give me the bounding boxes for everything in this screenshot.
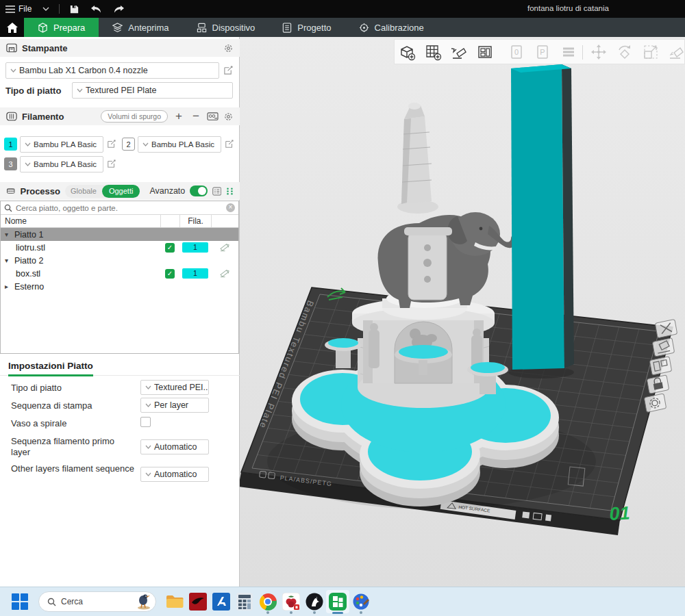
- calculator-icon: [236, 593, 253, 611]
- delete-plate-icon[interactable]: [655, 319, 677, 338]
- chevron-down-icon[interactable]: ▾: [5, 231, 12, 238]
- file-menu[interactable]: File: [0, 0, 37, 18]
- rotate-icon[interactable]: [615, 42, 634, 62]
- column-name: Nome: [1, 216, 160, 226]
- tree-row-plate-1[interactable]: ▾Piatto 1: [1, 228, 238, 241]
- menu-expand[interactable]: [37, 0, 55, 18]
- dots-icon[interactable]: [226, 186, 234, 196]
- object-settings-icon[interactable]: [220, 243, 230, 252]
- tab-anteprima[interactable]: Anteprima: [99, 18, 182, 37]
- plate-type-setting-select[interactable]: Textured PEI...: [140, 380, 209, 395]
- plate-type-select[interactable]: Textured PEI Plate: [72, 82, 233, 99]
- ams-icon[interactable]: [207, 112, 219, 122]
- split-parts-icon[interactable]: P: [533, 42, 552, 62]
- tab-calibrazione[interactable]: Calibrazione: [345, 18, 438, 37]
- add-filament-button[interactable]: +: [173, 110, 185, 123]
- row-label: box.stl: [16, 269, 40, 279]
- red-app-button[interactable]: [186, 590, 210, 613]
- search-input[interactable]: [16, 204, 223, 212]
- tab-progetto[interactable]: Progetto: [269, 18, 345, 37]
- move-icon[interactable]: [589, 42, 608, 62]
- device-icon: [197, 23, 207, 33]
- list-icon[interactable]: [212, 186, 221, 196]
- tab-prepara[interactable]: Prepara: [24, 18, 99, 37]
- tree-row-esterno[interactable]: ▸Esterno: [1, 280, 238, 293]
- print-sequence-select[interactable]: Per layer: [140, 398, 209, 413]
- filament-select-2[interactable]: Bambu PLA Basic: [138, 136, 221, 153]
- filament-select-3[interactable]: Bambu PLA Basic: [20, 156, 103, 172]
- advanced-toggle[interactable]: [190, 185, 207, 196]
- scope-global[interactable]: Globale: [65, 187, 102, 195]
- tab-label: Anteprima: [128, 23, 169, 33]
- chevron-right-icon[interactable]: ▸: [5, 283, 12, 290]
- printer-section-header: Stampante: [0, 39, 240, 57]
- filament-slot-badge[interactable]: 3: [4, 157, 17, 170]
- bambu-studio-button[interactable]: [326, 590, 349, 613]
- flush-volumes-button[interactable]: Volumi di spurgo: [101, 110, 168, 123]
- other-layers-sequence-select[interactable]: Automatico: [140, 467, 209, 482]
- filament-select-value: Bambu PLA Basic: [34, 160, 97, 168]
- row-label: liotru.stl: [16, 243, 45, 253]
- edit-icon[interactable]: [223, 65, 234, 75]
- auto-orient-icon[interactable]: [449, 42, 469, 62]
- filament-select-1[interactable]: Bambu PLA Basic: [20, 136, 103, 153]
- tab-dispositivo[interactable]: Dispositivo: [183, 18, 269, 37]
- plate-type-value: Textured PEI Plate: [86, 86, 157, 95]
- merge-icon[interactable]: [559, 42, 578, 62]
- object-settings-icon[interactable]: [220, 269, 230, 278]
- scope-toggle[interactable]: Globale Oggetti: [65, 185, 140, 198]
- box-model[interactable]: [508, 64, 574, 378]
- lay-flat-icon[interactable]: [667, 42, 685, 62]
- tree-row-box[interactable]: box.stl ✓ 1: [1, 267, 238, 280]
- start-button[interactable]: [8, 590, 32, 613]
- taskbar-search[interactable]: Cerca: [38, 591, 156, 612]
- black-bird-app-button[interactable]: [303, 590, 326, 613]
- scene-3d[interactable]: Bambu Textured PEI Plate PLA/ABS/PETG HO…: [240, 37, 685, 587]
- chrome-button[interactable]: [256, 590, 279, 613]
- blue-app-button[interactable]: [210, 590, 233, 613]
- row-label: Esterno: [14, 282, 44, 292]
- arrange-icon[interactable]: [475, 42, 495, 62]
- scope-objects[interactable]: Oggetti: [102, 185, 140, 198]
- filament-slot-badge[interactable]: 2: [122, 138, 135, 151]
- chevron-down-icon: [145, 385, 151, 389]
- gear-icon[interactable]: [223, 43, 234, 53]
- chevron-down-icon[interactable]: ▾: [5, 257, 12, 264]
- file-explorer-button[interactable]: [163, 590, 186, 613]
- edit-icon[interactable]: [107, 159, 116, 168]
- object-list-header: Nome Fila.: [1, 215, 238, 228]
- home-icon: [7, 23, 18, 33]
- elephant-model[interactable]: [378, 212, 516, 308]
- paint-app-button[interactable]: [349, 590, 373, 613]
- tree-row-liotru[interactable]: liotru.stl ✓ 1: [1, 241, 238, 254]
- viewport-toolbar: 0 P: [394, 39, 685, 64]
- add-object-icon[interactable]: [397, 42, 416, 62]
- obelisk-model[interactable]: [397, 103, 438, 214]
- edit-icon[interactable]: [107, 139, 116, 149]
- raspberry-app-button[interactable]: [279, 590, 303, 613]
- toolbar-divider: [582, 45, 583, 60]
- print-enable-checkbox[interactable]: ✓: [165, 243, 175, 253]
- split-objects-icon[interactable]: 0: [507, 42, 526, 62]
- calculator-button[interactable]: [233, 590, 256, 613]
- redo-button[interactable]: [108, 0, 130, 18]
- add-plate-icon[interactable]: [423, 42, 443, 62]
- save-button[interactable]: [64, 0, 85, 18]
- tree-row-plate-2[interactable]: ▾Piatto 2: [1, 254, 238, 267]
- viewport-3d[interactable]: Bambu Textured PEI Plate PLA/ABS/PETG HO…: [240, 37, 685, 587]
- printer-select[interactable]: Bambu Lab X1 Carbon 0.4 nozzle: [5, 62, 219, 79]
- filament-slot-badge[interactable]: 1: [4, 138, 17, 151]
- print-enable-checkbox[interactable]: ✓: [165, 269, 175, 279]
- home-button[interactable]: [0, 18, 24, 37]
- first-layer-sequence-select[interactable]: Automatico: [140, 439, 209, 454]
- gear-icon[interactable]: [223, 112, 234, 122]
- spiral-vase-checkbox[interactable]: [140, 417, 151, 427]
- clear-icon[interactable]: ×: [226, 203, 235, 212]
- sidebar-panel: Stampante Bambu Lab X1 Carbon 0.4 nozzle…: [0, 37, 240, 587]
- filament-chip[interactable]: 1: [182, 268, 208, 279]
- scale-icon[interactable]: [641, 42, 660, 62]
- filament-chip[interactable]: 1: [182, 242, 208, 253]
- edit-icon[interactable]: [225, 139, 234, 149]
- undo-button[interactable]: [85, 0, 108, 18]
- remove-filament-button[interactable]: −: [190, 110, 202, 123]
